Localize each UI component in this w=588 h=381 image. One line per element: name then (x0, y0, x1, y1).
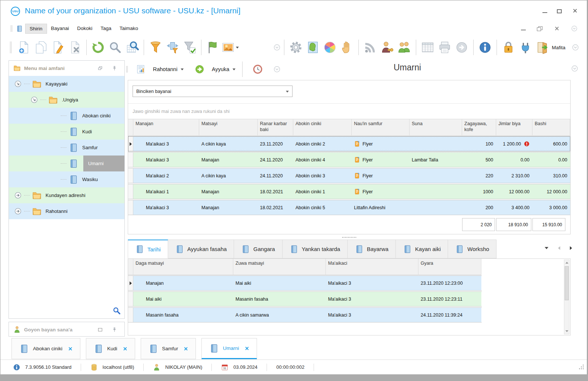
reports-icon[interactable] (132, 61, 149, 77)
hand-button[interactable] (338, 39, 355, 56)
tab-worksho[interactable]: Worksho (448, 240, 497, 258)
menubar-drag-handle[interactable] (11, 25, 12, 32)
tab-yankan-takarda[interactable]: Yankan takarda (283, 240, 348, 258)
flag-button[interactable] (204, 39, 221, 56)
column-header-matsayi[interactable]: Matsayi (199, 119, 258, 136)
sidebar-item-abokan-ciniki[interactable]: Abokan ciniki (9, 108, 124, 124)
column-header-zagayawa-kofe[interactable]: Zagayawa, kofe (462, 119, 496, 136)
image-button[interactable] (221, 39, 238, 56)
close-tab-icon[interactable] (184, 347, 188, 351)
toolbar-drag-handle[interactable] (10, 41, 11, 53)
exit-button[interactable] (534, 39, 551, 56)
tab-scroll-right-icon[interactable] (570, 246, 572, 250)
menu-item-taimako[interactable]: Taimako (116, 24, 142, 34)
close-tab-icon[interactable] (123, 347, 127, 351)
table-row[interactable]: Ma'aikaci 3Manajan18.02.2021Abokin cinik… (128, 200, 570, 215)
lock-button[interactable] (500, 39, 517, 56)
column-header-ma-aikaci[interactable]: Ma'aikaci (326, 259, 418, 275)
tab-ayyukan-fasaha[interactable]: Ayyukan fasaha (168, 240, 234, 258)
column-header-bashi[interactable]: Bashi (532, 119, 570, 136)
column-header-jimlar-biya[interactable]: Jimlar biya (496, 119, 532, 136)
clock-icon[interactable] (249, 61, 266, 77)
doc-new-button[interactable] (15, 39, 32, 56)
tab-list-dropdown-icon[interactable] (545, 247, 548, 249)
map-button[interactable] (304, 39, 321, 56)
menu-item-shirin[interactable]: Shirin (25, 24, 47, 34)
table-row[interactable]: Mai aikiMasanin fasahaMa'aikaci 323.11.2… (128, 291, 482, 307)
actions-icon[interactable] (191, 61, 208, 77)
maximize-button[interactable] (557, 9, 562, 13)
sidebar-item-kudi[interactable]: Kudi (9, 124, 124, 140)
gear-button[interactable] (287, 39, 304, 56)
search-combo[interactable]: Binciken bayanai (133, 86, 293, 97)
column-header-abokin-ciniki[interactable]: Abokin ciniki (293, 119, 352, 136)
combo-dropdown-icon[interactable] (286, 91, 289, 93)
document-tab-abokan-ciniki[interactable]: Abokan ciniki (11, 338, 80, 359)
filter-check-button[interactable] (181, 39, 198, 56)
column-header-daga-matsayi[interactable]: Daga matsayi (133, 259, 233, 275)
sidebar-item-wasiku[interactable]: Wasiku (9, 171, 124, 187)
scrollbar-thumb[interactable] (565, 266, 569, 300)
table-row[interactable]: Ma'aikaci 2A cikin kaya24.11.2020Abokin … (128, 168, 570, 183)
document-tab-samfur[interactable]: Samfur (141, 338, 196, 359)
sidebar-item-samfur[interactable]: Samfur (9, 140, 124, 156)
sidebar-item-umarni[interactable]: Umarni (9, 156, 124, 171)
table-row[interactable]: Ma'aikaci 1Manajan18.02.2021Abokin cinik… (128, 184, 570, 199)
maximize-panel-icon[interactable] (94, 328, 106, 331)
tab-gangara[interactable]: Gangara (234, 240, 282, 258)
tab-kayan-aiki[interactable]: Kayan aiki (396, 240, 448, 258)
column-header-ranar-karbar-baki[interactable]: Ranar karbar baki (258, 119, 293, 136)
expand-icon[interactable] (14, 191, 22, 199)
doc-delete-button[interactable] (66, 39, 83, 56)
scroll-up-icon[interactable] (564, 260, 569, 265)
panel-splitter[interactable] (128, 236, 571, 239)
plug-button[interactable] (517, 39, 534, 56)
table-row[interactable]: Ma'aikaci 3A cikin kaya23.11.2020Abokin … (128, 136, 570, 151)
menu-item-dokoki[interactable]: Dokoki (73, 24, 96, 34)
tab-tarihi[interactable]: Tarihi (128, 240, 168, 258)
toolbar-overflow-chevron-icon[interactable] (571, 43, 579, 51)
go-gray-button[interactable] (453, 39, 470, 56)
document-tab-umarni[interactable]: Umarni (201, 338, 257, 359)
view-toolbar-drag-handle[interactable] (126, 66, 128, 73)
column-header-suna[interactable]: Suna (410, 119, 462, 136)
menu-item-bayanai[interactable]: Bayanai (47, 24, 73, 34)
scroll-down-icon[interactable] (564, 328, 569, 334)
toolbar-overflow-chevron-icon[interactable] (273, 43, 281, 51)
filter-columns-button[interactable] (164, 39, 181, 56)
column-header-manajan[interactable]: Manajan (133, 119, 199, 136)
tree-search-icon[interactable] (113, 307, 121, 315)
rss-button[interactable] (362, 39, 379, 56)
printer-button[interactable] (436, 39, 453, 56)
collapse-icon[interactable] (14, 80, 22, 88)
actions-menu-label[interactable]: Ayyuka (212, 66, 229, 72)
exit-button-label[interactable]: Mafita (552, 45, 565, 50)
resize-grip[interactable] (579, 364, 584, 370)
sidebar-item-rahotanni[interactable]: Rahotanni (9, 203, 124, 219)
grid-button[interactable] (419, 39, 436, 56)
collapse-icon[interactable] (30, 96, 38, 104)
users-button[interactable] (396, 39, 413, 56)
expand-icon[interactable] (14, 207, 22, 215)
column-header-gyara[interactable]: Gyara (418, 259, 481, 275)
column-header-zuwa-matsayi[interactable]: Zuwa matsayi (233, 259, 326, 275)
pin-panel-icon[interactable] (109, 327, 120, 332)
search-grid-button[interactable] (124, 39, 141, 56)
mdi-close-button[interactable] (555, 26, 559, 31)
history-scrollbar[interactable] (564, 260, 569, 334)
refresh-button[interactable] (90, 39, 107, 56)
sidebar-item-ungiya[interactable]: .Ungiya (9, 92, 124, 108)
info-button[interactable] (477, 39, 494, 56)
close-tab-icon[interactable] (68, 347, 73, 351)
user-key-button[interactable] (379, 39, 396, 56)
menu-item-taga[interactable]: Taga (97, 24, 116, 34)
document-tab-kudi[interactable]: Kudi (86, 338, 135, 359)
close-tab-icon[interactable] (245, 346, 249, 351)
float-panel-icon[interactable] (94, 66, 106, 71)
pin-panel-icon[interactable] (109, 66, 120, 71)
doc-edit-button[interactable] (49, 39, 66, 56)
title-row-chevron-icon[interactable] (571, 64, 579, 73)
column-header-nau-in-samfur[interactable]: Nau'in samfur (352, 119, 410, 136)
filter-button[interactable] (147, 39, 164, 56)
table-row[interactable]: Masanin fasahaA cikin samarwaMa'aikaci 3… (128, 307, 482, 322)
